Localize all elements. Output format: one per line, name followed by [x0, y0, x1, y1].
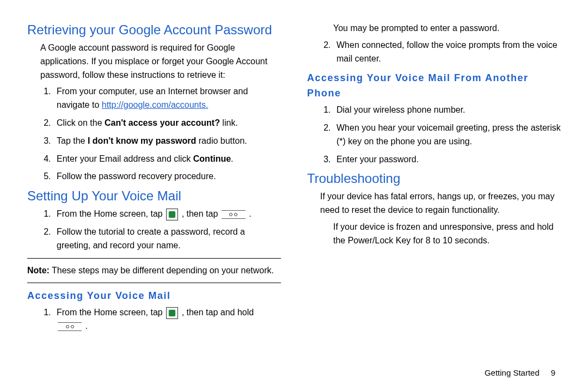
text: Click on the — [57, 118, 105, 127]
divider — [27, 283, 281, 283]
list-item: Follow the tutorial to create a password… — [53, 225, 281, 253]
continuation-text: You may be prompted to enter a password. — [307, 22, 561, 35]
text: Tap the — [57, 136, 88, 145]
text: . — [83, 321, 88, 330]
list-item: Follow the password recovery procedure. — [53, 170, 281, 183]
text: Enter your Email address and click — [57, 154, 193, 163]
heading-troubleshooting: Troubleshooting — [307, 170, 561, 187]
text-bold: I don't know my password — [88, 136, 196, 145]
list-item: From your computer, use an Internet brow… — [53, 85, 281, 112]
voicemail-icon — [222, 210, 246, 219]
access-voicemail-steps: From the Home screen, tap , then tap and… — [27, 306, 281, 333]
page-footer: Getting Started 9 — [485, 366, 555, 379]
note-text: These steps may be different depending o… — [50, 266, 274, 275]
list-item: From the Home screen, tap , then tap and… — [53, 306, 281, 333]
text: , then tap — [179, 209, 220, 218]
list-item: Dial your wireless phone number. — [333, 103, 561, 117]
divider — [27, 258, 281, 259]
heading-retrieving-password: Retrieving your Google Account Password — [27, 22, 281, 38]
heading-accessing-voicemail: Accessing Your Voice Mail — [27, 289, 281, 304]
list-item: Tap the I don't know my password radio b… — [53, 134, 281, 148]
text-bold: Can't access your account? — [105, 118, 220, 127]
heading-setting-up-voicemail: Setting Up Your Voice Mail — [27, 188, 281, 204]
list-item: When connected, follow the voice prompts… — [333, 39, 561, 66]
footer-page-number: 9 — [551, 368, 555, 377]
voicemail-icon — [58, 322, 82, 331]
text: link. — [220, 118, 238, 127]
heading-voicemail-another-phone: Accessing Your Voice Mail From Another P… — [307, 71, 561, 101]
text: . — [231, 154, 233, 163]
list-item: Click on the Can't access your account? … — [53, 117, 281, 130]
google-accounts-link[interactable]: http://google.com/accounts. — [102, 100, 209, 109]
password-recovery-steps: From your computer, use an Internet brow… — [27, 85, 281, 183]
troubleshooting-p2: If your device is frozen and unresponsiv… — [307, 220, 561, 248]
continuation-list: When connected, follow the voice prompts… — [307, 39, 561, 66]
text: From the Home screen, tap — [57, 308, 165, 317]
text: radio button. — [196, 136, 247, 145]
list-item: Enter your Email address and click Conti… — [53, 152, 281, 166]
another-phone-steps: Dial your wireless phone number. When yo… — [307, 103, 561, 166]
phone-icon — [166, 209, 178, 220]
intro-paragraph: A Google account password is required fo… — [27, 41, 281, 82]
list-item: When you hear your voicemail greeting, p… — [333, 121, 561, 149]
note-label: Note: — [27, 266, 50, 275]
footer-section: Getting Started — [485, 368, 540, 377]
left-column: Retrieving your Google Account Password … — [27, 22, 281, 338]
voicemail-setup-steps: From the Home screen, tap , then tap . F… — [27, 207, 281, 252]
troubleshooting-p1: If your device has fatal errors, hangs u… — [307, 190, 561, 217]
text: . — [247, 209, 252, 218]
phone-icon — [166, 307, 178, 319]
list-item: From the Home screen, tap , then tap . — [53, 207, 281, 221]
text: , then tap and hold — [179, 308, 254, 317]
text-bold: Continue — [193, 154, 231, 163]
list-item: Enter your password. — [333, 153, 561, 167]
note-line: Note: These steps may be different depen… — [27, 264, 281, 278]
text: From the Home screen, tap — [57, 209, 165, 218]
right-column: You may be prompted to enter a password.… — [307, 22, 561, 338]
